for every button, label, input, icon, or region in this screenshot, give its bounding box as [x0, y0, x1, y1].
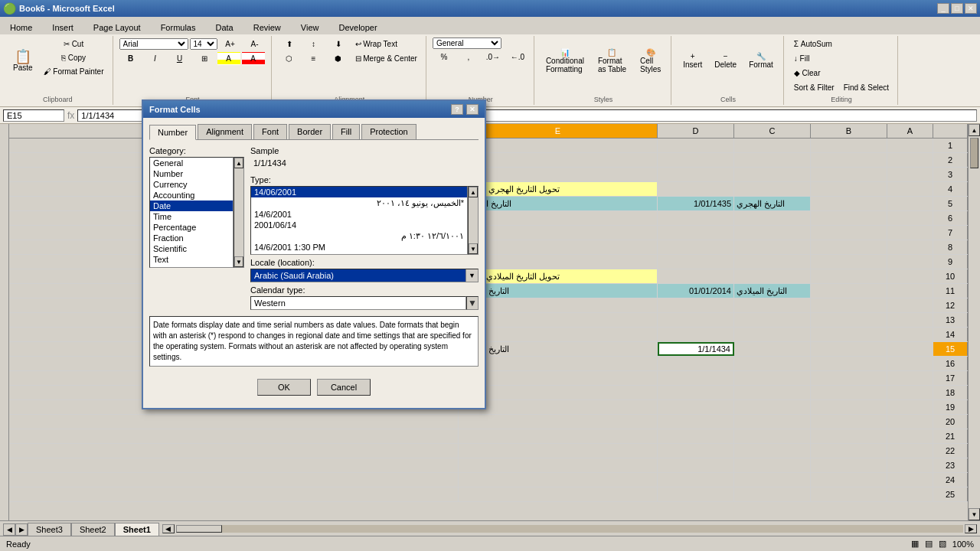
type-scroll-up[interactable]: ▲	[469, 187, 478, 197]
category-accounting[interactable]: Accounting	[150, 190, 233, 201]
type-scroll-down[interactable]: ▼	[469, 243, 478, 254]
calendar-value: Western	[250, 296, 466, 310]
dialog-tab-alignment[interactable]: Alignment	[198, 124, 252, 139]
category-section: Category: General Number Currency Accoun…	[149, 146, 244, 310]
category-text[interactable]: Text	[150, 254, 233, 265]
dialog-tab-protection[interactable]: Protection	[361, 124, 416, 139]
locale-select-wrapper: Arabic (Saudi Arabia) ▼	[250, 269, 479, 282]
category-date[interactable]: Date	[150, 201, 233, 211]
dialog-title-buttons: ? ✕	[451, 104, 479, 115]
ok-button[interactable]: OK	[257, 379, 311, 396]
cancel-button[interactable]: Cancel	[317, 379, 371, 396]
locale-dropdown-arrow[interactable]: ▼	[466, 269, 478, 282]
type-label: Type:	[250, 175, 479, 184]
type-item-6[interactable]: ١٢/٦/١٠٠١	[251, 253, 467, 255]
type-scroll-track	[469, 197, 478, 243]
category-general[interactable]: General	[150, 158, 233, 168]
category-fraction[interactable]: Fraction	[150, 233, 233, 243]
category-list[interactable]: General Number Currency Accounting Date …	[149, 157, 234, 268]
excel-app: 🟢 Book6 - Microsoft Excel _ □ ✕ Home Ins…	[0, 0, 980, 551]
cat-scroll-track	[234, 168, 243, 256]
category-special[interactable]: Special	[150, 265, 233, 268]
sample-value: 1/1/1434	[250, 157, 479, 169]
type-list[interactable]: 14/06/2001 *الخميس، يونيو ١٤، ٢٠٠١ 14/6/…	[250, 186, 468, 255]
category-list-wrapper: General Number Currency Accounting Date …	[149, 157, 244, 268]
dialog-tab-bar: Number Alignment Font Border Fill Protec…	[149, 124, 479, 140]
type-list-wrapper: 14/06/2001 *الخميس، يونيو ١٤، ٢٠٠١ 14/6/…	[250, 186, 479, 255]
dialog-tab-font[interactable]: Font	[253, 124, 287, 139]
category-number[interactable]: Number	[150, 168, 233, 179]
cat-scroll-up[interactable]: ▲	[234, 158, 243, 168]
dialog-tab-number[interactable]: Number	[149, 125, 196, 140]
dialog-close-button[interactable]: ✕	[466, 104, 479, 115]
locale-label: Locale (location):	[250, 258, 479, 267]
dialog-tab-fill[interactable]: Fill	[332, 124, 360, 139]
type-item-5[interactable]: 14/6/2001 1:30 PM	[251, 242, 467, 253]
calendar-dropdown-arrow[interactable]: ▼	[466, 296, 479, 310]
sample-label: Sample	[250, 146, 479, 155]
dialog-help-button[interactable]: ?	[451, 104, 463, 115]
type-item-3[interactable]: 2001/06/14	[251, 220, 467, 230]
dialog-tab-border[interactable]: Border	[289, 124, 331, 139]
calendar-label: Calendar type:	[250, 285, 479, 295]
dialog-overlay: Format Cells ? ✕ Number Alignment Font B…	[0, 0, 980, 551]
cat-scroll-down[interactable]: ▼	[234, 256, 243, 267]
dialog-title-bar: Format Cells ? ✕	[143, 101, 485, 118]
category-label: Category:	[149, 146, 244, 155]
dialog-body: Number Alignment Font Border Fill Protec…	[143, 118, 485, 408]
category-scrollbar[interactable]: ▲ ▼	[234, 157, 244, 268]
right-section: Sample 1/1/1434 Type: 14/06/2001 *الخميس…	[250, 146, 479, 310]
format-cells-dialog: Format Cells ? ✕ Number Alignment Font B…	[142, 99, 486, 409]
category-scientific[interactable]: Scientific	[150, 243, 233, 254]
dialog-title-text: Format Cells	[149, 105, 201, 114]
category-time[interactable]: Time	[150, 211, 233, 222]
calendar-row: Western ▼	[250, 296, 479, 310]
type-scrollbar[interactable]: ▲ ▼	[468, 186, 479, 255]
info-text: Date formats display date and time seria…	[149, 316, 479, 367]
type-item-1[interactable]: *الخميس، يونيو ١٤، ٢٠٠١	[251, 197, 467, 209]
locale-select[interactable]: Arabic (Saudi Arabia)	[251, 269, 466, 282]
type-item-2[interactable]: 14/6/2001	[251, 209, 467, 220]
dialog-two-col: Category: General Number Currency Accoun…	[149, 146, 479, 310]
type-item-0[interactable]: 14/06/2001	[251, 187, 467, 197]
dialog-buttons: OK Cancel	[149, 373, 479, 402]
category-percentage[interactable]: Percentage	[150, 222, 233, 233]
type-item-4[interactable]: ١٢/٦/١٠٠١ ١:٣٠ م	[251, 230, 467, 242]
category-currency[interactable]: Currency	[150, 179, 233, 190]
